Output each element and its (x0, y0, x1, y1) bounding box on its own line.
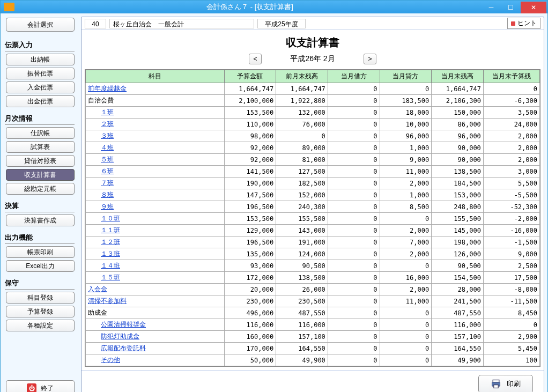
prev-month-button[interactable]: < (249, 54, 262, 64)
cell-value: 0 (328, 307, 380, 319)
btn-payment-slip[interactable]: 出金伝票 (6, 95, 75, 107)
account-link[interactable]: １５班 (101, 273, 120, 281)
cell-value: 16,000 (380, 272, 432, 284)
cell-value: -11,500 (483, 295, 539, 307)
account-link[interactable]: ８班 (101, 191, 114, 198)
btn-receipt-slip[interactable]: 入金伝票 (6, 82, 75, 93)
row-label: ２班 (86, 119, 225, 130)
cell-value: 184,500 (432, 177, 484, 189)
btn-create-statement[interactable]: 決算書作成 (6, 215, 75, 226)
btn-settings[interactable]: 各種設定 (6, 320, 75, 331)
close-button[interactable]: ✕ (521, 2, 546, 13)
cell-value: 496,000 (224, 307, 276, 319)
cell-value: 0 (328, 260, 380, 272)
cell-value: 0 (328, 119, 380, 130)
cell-value: 81,000 (276, 154, 328, 166)
account-link[interactable]: ５班 (101, 156, 114, 163)
quit-button[interactable]: ⏻ 終了 (6, 380, 75, 392)
account-link[interactable]: ７班 (101, 179, 114, 187)
cell-value: 150,000 (432, 107, 484, 119)
row-label: 防犯灯助成金 (86, 331, 225, 343)
svg-rect-0 (493, 380, 499, 382)
cell-value: 0 (328, 225, 380, 236)
cell-value: -52,300 (483, 201, 539, 213)
cell-value: 248,800 (432, 201, 484, 213)
account-link[interactable]: １１班 (101, 226, 120, 234)
cell-value: 183,500 (380, 95, 432, 107)
btn-general-ledger[interactable]: 総勘定元帳 (6, 183, 75, 195)
svg-rect-2 (494, 384, 498, 388)
print-button[interactable]: 印刷 (478, 375, 533, 393)
cell-value: 143,000 (276, 225, 328, 236)
cell-value: 2,000 (483, 142, 539, 154)
cell-value: 9,000 (380, 154, 432, 166)
cell-value: 141,500 (224, 166, 276, 177)
account-link[interactable]: 公園清掃報奨金 (101, 321, 146, 328)
account-link[interactable]: ４班 (101, 144, 114, 151)
minimize-button[interactable]: ─ (482, 2, 500, 13)
btn-register-account[interactable]: 科目登録 (6, 292, 75, 304)
cell-value: 154,500 (432, 272, 484, 284)
account-link[interactable]: １４班 (101, 262, 120, 269)
account-link[interactable]: １２班 (101, 238, 120, 246)
col-budget-remain: 当月末予算残 (483, 70, 539, 83)
btn-register-budget[interactable]: 予算登録 (6, 306, 75, 317)
accounting-select-button[interactable]: 会計選択 (6, 18, 75, 32)
cell-value: 172,000 (224, 272, 276, 284)
account-link[interactable]: １３班 (101, 250, 120, 257)
btn-income-statement[interactable]: 収支計算書 (6, 169, 75, 181)
org-number: 40 (85, 19, 106, 28)
cell-value: 0 (328, 189, 380, 201)
cell-value: 191,000 (276, 236, 328, 248)
account-link[interactable]: 入会金 (88, 285, 107, 293)
table-scroll[interactable]: 科目 予算金額 前月末残高 当月借方 当月貸方 当月末残高 当月末予算残 前年度… (85, 69, 540, 367)
cell-value: 487,550 (276, 307, 328, 319)
col-debit: 当月借方 (328, 70, 380, 83)
btn-trial-balance[interactable]: 試算表 (6, 141, 75, 153)
cell-value: 0 (328, 201, 380, 213)
cell-value: 2,900 (483, 331, 539, 343)
account-link[interactable]: 清掃不参加料 (88, 297, 127, 305)
row-label: 前年度繰越金 (86, 83, 225, 95)
btn-excel-export[interactable]: Excel出力 (6, 260, 75, 272)
section-denpyo-title: 伝票入力 (5, 40, 75, 51)
account-link[interactable]: １班 (101, 108, 114, 116)
col-balance: 当月末残高 (432, 70, 484, 83)
cell-value: 92,000 (224, 142, 276, 154)
cell-value: 230,500 (276, 295, 328, 307)
cell-value: 2,000 (483, 154, 539, 166)
cell-value: 1,000 (380, 142, 432, 154)
cell-value: 90,000 (432, 154, 484, 166)
next-month-button[interactable]: > (364, 54, 376, 64)
cell-value: 164,550 (276, 343, 328, 354)
maximize-button[interactable]: ☐ (501, 2, 520, 13)
account-link[interactable]: 前年度繰越金 (88, 85, 127, 92)
btn-transfer-slip[interactable]: 振替伝票 (6, 68, 75, 79)
btn-cashbook[interactable]: 出納帳 (6, 54, 75, 65)
hint-button[interactable]: ヒント (507, 18, 540, 29)
account-link[interactable]: 防犯灯助成金 (101, 332, 139, 340)
row-label: ９班 (86, 201, 225, 213)
btn-journal[interactable]: 仕訳帳 (6, 127, 75, 139)
cell-value: 0 (328, 236, 380, 248)
btn-print-report[interactable]: 帳票印刷 (6, 246, 75, 258)
cell-value: 129,000 (224, 225, 276, 236)
account-link[interactable]: ３班 (101, 132, 114, 139)
account-link[interactable]: １０班 (101, 215, 120, 222)
table-row: ５班92,00081,00009,00090,0002,000 (86, 154, 540, 166)
cell-value: 76,000 (276, 119, 328, 130)
row-label: 公園清掃報奨金 (86, 319, 225, 331)
cell-value: 10,000 (380, 119, 432, 130)
account-link[interactable]: ９班 (101, 203, 114, 210)
cell-value: 92,000 (224, 154, 276, 166)
account-link[interactable]: ２班 (101, 120, 114, 128)
account-link[interactable]: 広報配布委託料 (101, 344, 146, 352)
cell-value: 7,000 (380, 236, 432, 248)
cell-value: 0 (328, 213, 380, 225)
btn-balance-sheet[interactable]: 貸借対照表 (6, 155, 75, 167)
account-link[interactable]: その他 (101, 356, 120, 364)
account-link[interactable]: ６班 (101, 167, 114, 175)
row-label: １０班 (86, 213, 225, 225)
cell-value: 89,000 (276, 142, 328, 154)
cell-value: 182,500 (276, 177, 328, 189)
